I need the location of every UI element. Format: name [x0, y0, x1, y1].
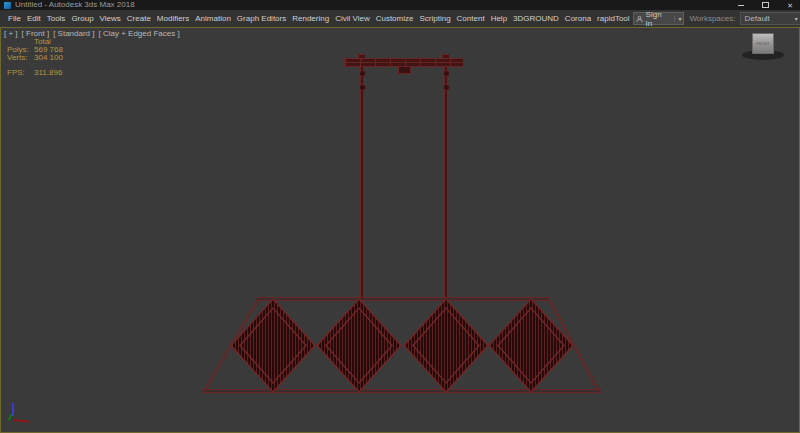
hanging-rod-right[interactable]: [444, 67, 448, 299]
workspaces-label: Workspaces:: [689, 14, 735, 23]
menu-corona[interactable]: Corona: [562, 14, 594, 23]
canopy-center-connector[interactable]: [398, 66, 411, 74]
3ds-max-window: Untitled - Autodesk 3ds Max 2018 ✕ File …: [0, 0, 800, 433]
3ds-max-logo-icon: [4, 2, 11, 9]
menu-scripting[interactable]: Scripting: [416, 14, 453, 23]
view-cube-front-face[interactable]: FRONT: [752, 33, 774, 54]
menu-animation[interactable]: Animation: [192, 14, 234, 23]
stats-fps-value: 311.896: [34, 69, 62, 77]
hanging-rod-left[interactable]: [360, 67, 364, 299]
menu-group[interactable]: Group: [68, 14, 96, 23]
menu-rendering[interactable]: Rendering: [289, 14, 332, 23]
close-icon[interactable]: ✕: [787, 2, 793, 9]
stats-verts-value: 304 100: [34, 54, 63, 62]
menu-rapidtool[interactable]: rapidTool: [594, 14, 632, 23]
window-title: Untitled - Autodesk 3ds Max 2018: [15, 0, 135, 10]
menu-customize[interactable]: Customize: [373, 14, 417, 23]
shade-diamond-panel-3[interactable]: [403, 298, 489, 393]
menu-help[interactable]: Help: [488, 14, 510, 23]
diamond-inner-hatch: [414, 309, 478, 382]
menu-bar: File Edit Tools Group Views Create Modif…: [0, 10, 800, 27]
menu-edit[interactable]: Edit: [24, 14, 44, 23]
axis-x-icon: [13, 419, 30, 423]
menu-bar-right: Sign In ▾ Workspaces: Default ▾: [633, 12, 800, 25]
viewport-menu-general[interactable]: [ + ]: [4, 29, 18, 38]
rod-joint[interactable]: [443, 70, 450, 77]
menu-graph-editors[interactable]: Graph Editors: [234, 14, 289, 23]
shade-diamond-panel-2[interactable]: [316, 298, 402, 393]
view-cube[interactable]: FRONT: [741, 32, 785, 64]
viewport-menu-shading[interactable]: [ Clay + Edged Faces ]: [98, 29, 179, 38]
diamond-inner-hatch: [327, 309, 391, 382]
viewport-front[interactable]: [ + ] [ Front ] [ Standard ] [ Clay + Ed…: [0, 27, 800, 433]
workspace-value: Default: [744, 14, 769, 23]
menu-3dground[interactable]: 3DGROUND: [510, 14, 562, 23]
sign-in-button[interactable]: Sign In ▾: [633, 12, 685, 25]
workspace-select[interactable]: Default ▾: [740, 12, 800, 25]
menu-views[interactable]: Views: [97, 14, 124, 23]
rod-joint[interactable]: [359, 84, 366, 91]
menu-tools[interactable]: Tools: [44, 14, 69, 23]
chevron-down-icon: ▾: [795, 16, 798, 22]
viewport-statistics: Total Polys:569 768 Verts:304 100 FPS:31…: [7, 38, 63, 77]
menu-modifiers[interactable]: Modifiers: [154, 14, 192, 23]
rod-mount-left[interactable]: [358, 54, 366, 59]
window-controls: ✕: [738, 2, 796, 9]
shade-diamond-panel-1[interactable]: [230, 298, 316, 393]
stats-fps-label: FPS:: [7, 69, 34, 77]
shade-diamond-panel-4[interactable]: [488, 298, 574, 393]
sign-in-label: Sign In: [646, 10, 668, 28]
minimize-icon[interactable]: [738, 5, 744, 6]
menu-file[interactable]: File: [5, 14, 24, 23]
menu-content[interactable]: Content: [454, 14, 488, 23]
rod-joint[interactable]: [359, 70, 366, 77]
world-axis-tripod: [7, 403, 37, 427]
view-cube-face-label: FRONT: [756, 41, 770, 45]
diamond-inner-hatch: [241, 309, 305, 382]
maximize-icon[interactable]: [762, 2, 769, 8]
viewport-menu-renderer[interactable]: [ Standard ]: [53, 29, 94, 38]
rod-joint[interactable]: [443, 84, 450, 91]
user-icon: [636, 15, 643, 23]
axis-y-icon: [8, 414, 13, 421]
stats-verts-label: Verts:: [7, 54, 34, 62]
diamond-inner-hatch: [499, 309, 563, 382]
title-bar: Untitled - Autodesk 3ds Max 2018 ✕: [0, 0, 800, 10]
viewport-label: [ + ] [ Front ] [ Standard ] [ Clay + Ed…: [4, 29, 180, 38]
menu-create[interactable]: Create: [124, 14, 154, 23]
menu-civil-view[interactable]: Civil View: [332, 14, 373, 23]
chevron-down-icon: ▾: [674, 16, 681, 22]
rod-mount-right[interactable]: [442, 54, 450, 59]
